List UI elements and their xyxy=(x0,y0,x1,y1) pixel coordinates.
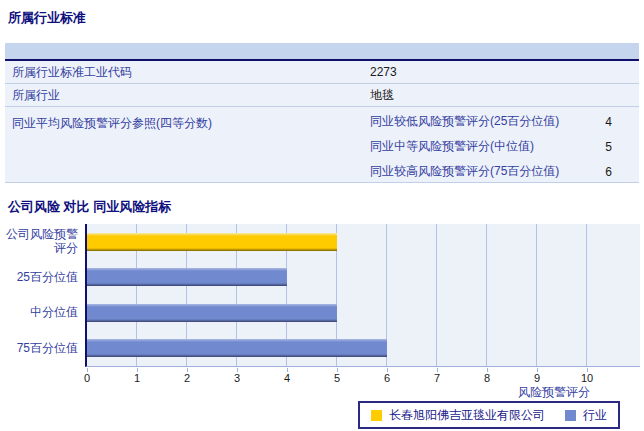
legend-swatch-company xyxy=(371,410,382,421)
table-row: 所属行业标准工业代码 2273 xyxy=(5,61,639,84)
section-title-industry-standard: 所属行业标准 xyxy=(8,9,644,27)
row-value-industry-code: 2273 xyxy=(370,65,397,79)
industry-standard-table: 所属行业标准工业代码 2273 所属行业 地毯 同业平均风险预警评分参照(四等分… xyxy=(5,43,639,183)
x-tick-label: 9 xyxy=(534,372,540,384)
bar-row xyxy=(87,260,640,296)
subrow-medium-risk: 同业中等风险预警评分(中位值) 5 xyxy=(370,134,612,159)
x-tick-label: 5 xyxy=(334,372,340,384)
row-label-peer-quartiles: 同业平均风险预警评分参照(四等分数) xyxy=(5,109,212,132)
chart-category-labels: 公司风险预警评分 25百分位值 中分位值 75百分位值 xyxy=(0,224,80,367)
subrow-label: 同业较低风险预警评分(25百分位值) xyxy=(370,113,559,130)
x-axis-title: 风险预警评分 xyxy=(400,384,590,401)
x-tick-label: 0 xyxy=(84,372,90,384)
x-tick-label: 2 xyxy=(184,372,190,384)
category-label-median: 中分位值 xyxy=(0,296,80,332)
x-tick-label: 8 xyxy=(484,372,490,384)
subrow-label: 同业较高风险预警评分(75百分位值) xyxy=(370,163,559,180)
bar-industry-p75 xyxy=(87,339,387,357)
x-tick-label: 10 xyxy=(581,372,593,384)
table-row: 所属行业 地毯 xyxy=(5,84,639,107)
chart-legend: 长春旭阳佛吉亚毯业有限公司 行业 xyxy=(358,401,620,429)
x-tick-label: 4 xyxy=(284,372,290,384)
subrow-high-risk: 同业较高风险预警评分(75百分位值) 6 xyxy=(370,159,612,184)
bar-row xyxy=(87,295,640,331)
peer-quartile-subrows: 同业较低风险预警评分(25百分位值) 4 同业中等风险预警评分(中位值) 5 同… xyxy=(370,109,612,184)
chart-plot-area xyxy=(85,224,640,367)
subrow-label: 同业中等风险预警评分(中位值) xyxy=(370,138,534,155)
x-tick-label: 6 xyxy=(384,372,390,384)
section-title-risk-comparison: 公司风险 对比 同业风险指标 xyxy=(8,198,644,216)
subrow-value: 6 xyxy=(605,165,612,179)
table-row: 同业平均风险预警评分参照(四等分数) 同业较低风险预警评分(25百分位值) 4 … xyxy=(5,107,639,183)
category-label-p25: 25百分位值 xyxy=(0,260,80,296)
legend-swatch-industry xyxy=(565,410,576,421)
table-header-band xyxy=(5,43,639,61)
subrow-value: 5 xyxy=(605,140,612,154)
row-label-industry: 所属行业 xyxy=(5,87,60,104)
bar-company-score xyxy=(87,233,337,251)
row-label-industry-code: 所属行业标准工业代码 xyxy=(5,64,132,81)
risk-bar-chart: 公司风险预警评分 25百分位值 中分位值 75百分位值 012345678910… xyxy=(0,224,644,431)
bar-industry-p25 xyxy=(87,268,287,286)
category-label-company-score: 公司风险预警评分 xyxy=(0,224,80,260)
category-label-p75: 75百分位值 xyxy=(0,331,80,367)
industry-risk-report: 所属行业标准 所属行业标准工业代码 2273 所属行业 地毯 同业平均风险预警评… xyxy=(0,0,644,431)
x-tick-label: 1 xyxy=(134,372,140,384)
row-value-industry: 地毯 xyxy=(370,87,394,104)
legend-label-industry: 行业 xyxy=(583,407,607,424)
subrow-value: 4 xyxy=(605,115,612,129)
bar-row xyxy=(87,331,640,367)
x-tick-label: 3 xyxy=(234,372,240,384)
subrow-low-risk: 同业较低风险预警评分(25百分位值) 4 xyxy=(370,109,612,134)
bar-row xyxy=(87,224,640,260)
x-tick-label: 7 xyxy=(434,372,440,384)
bar-industry-median xyxy=(87,304,337,322)
legend-label-company: 长春旭阳佛吉亚毯业有限公司 xyxy=(389,407,545,424)
